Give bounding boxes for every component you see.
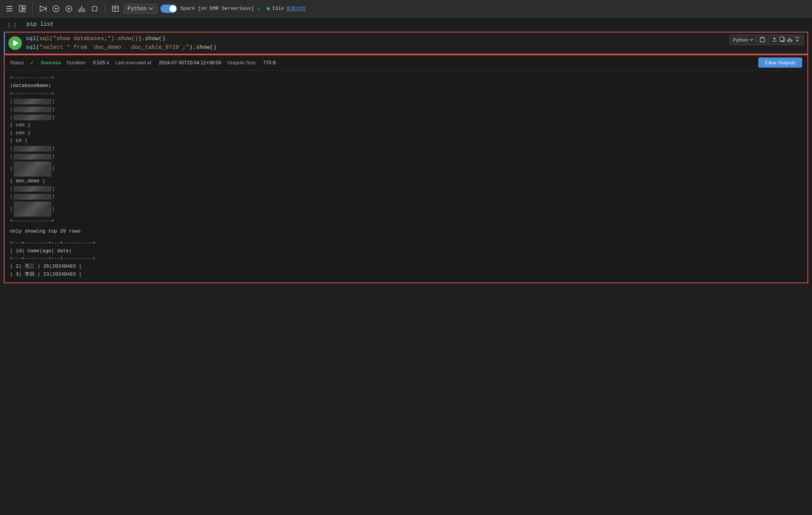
pip-list-text: list xyxy=(40,21,54,28)
cell-pip-number: [ ] xyxy=(8,21,26,28)
trash-icon[interactable] xyxy=(760,36,765,43)
table-row-blurred-2: | | xyxy=(10,105,802,113)
table-icon[interactable] xyxy=(110,4,120,14)
success-check-icon: ✓ xyxy=(30,59,35,66)
notebook: [ ] pip list Python xyxy=(0,17,812,283)
table-row-blurred-3: | | xyxy=(10,113,802,121)
sql-str-2: "select * from `doc_demo`.`doc_table_072… xyxy=(39,44,189,51)
cell-active-code: sql(sql("show databases;").show()).show(… xyxy=(26,36,216,51)
python-selector[interactable]: Python xyxy=(123,4,157,14)
play-icon[interactable] xyxy=(51,4,61,14)
table-row-blurred-1: | | xyxy=(10,98,802,105)
svg-rect-18 xyxy=(92,6,97,11)
svg-marker-6 xyxy=(40,6,46,11)
table2-row1: | 2| 亮三 | 26|20240403 | xyxy=(10,263,802,271)
svg-marker-9 xyxy=(55,8,58,10)
table1-top-border: +-------------+ xyxy=(10,74,802,82)
table1-col-header: |databaseName| xyxy=(10,82,802,90)
table-row-con2: | con | xyxy=(10,129,802,137)
svg-line-32 xyxy=(788,39,790,40)
svg-rect-4 xyxy=(23,6,25,8)
svg-rect-1 xyxy=(6,8,12,9)
svg-point-14 xyxy=(82,9,85,12)
spark-toggle-switch[interactable] xyxy=(160,5,177,13)
output-status-bar: Status ✓ Success Duration 0.525 s Last e… xyxy=(5,55,807,70)
spark-label: Spark [on EMR Serverless] xyxy=(180,6,254,11)
svg-line-33 xyxy=(790,39,791,40)
cell-toolbar-right: Python xyxy=(730,35,804,45)
table-row-con1: | con | xyxy=(10,121,802,129)
clear-outputs-button[interactable]: Clear Outputs xyxy=(758,57,802,68)
copy-icon[interactable] xyxy=(779,36,785,43)
layout-icon[interactable] xyxy=(17,4,27,14)
add-below-icon[interactable] xyxy=(794,36,800,43)
idle-dot xyxy=(267,7,270,10)
python-selector-label: Python xyxy=(128,6,146,12)
main-toolbar: Python Spark [on EMR Serverless] ✓ Idle … xyxy=(0,0,812,17)
cell-pip-code: pip list xyxy=(26,21,54,28)
run-all-icon[interactable] xyxy=(38,4,48,14)
outputs-size-value: 770 B xyxy=(263,60,276,65)
status-label: Status xyxy=(10,60,24,65)
code-line-2: sql("select * from `doc_demo`.`doc_table… xyxy=(26,44,216,51)
table2-col-header: | id| name|age| date| xyxy=(10,247,802,255)
svg-rect-22 xyxy=(760,38,765,42)
table2-separator: +---+--------+---+----------+ xyxy=(10,255,802,263)
view-detail-link[interactable]: 查看详情 xyxy=(286,5,306,12)
svg-rect-2 xyxy=(6,11,12,11)
output-area: Status ✓ Success Duration 0.525 s Last e… xyxy=(4,54,808,283)
lang-dropdown-icon[interactable] xyxy=(750,39,753,41)
table-row-doc_demo: | doc_demo | xyxy=(10,177,802,185)
sql-str-1: sql("show databases;").show() xyxy=(39,36,138,42)
add-above-icon[interactable] xyxy=(772,36,778,43)
svg-rect-0 xyxy=(6,6,12,7)
output-content: +-------------+ |databaseName| +--------… xyxy=(5,70,807,282)
table2-top-border: +---+--------+---+----------+ xyxy=(10,239,802,247)
stop-icon[interactable] xyxy=(90,4,100,14)
table2-row2: | 3| 李四 | 23|20240403 | xyxy=(10,271,802,279)
add-cell-icon[interactable] xyxy=(64,4,74,14)
table1-output: +-------------+ |databaseName| +--------… xyxy=(10,74,802,236)
spark-check-icon: ✓ xyxy=(257,5,261,12)
cut-cell-icon[interactable] xyxy=(787,36,793,43)
run-triangle xyxy=(13,40,19,46)
table-row-co: | co | xyxy=(10,137,802,145)
toggle-knob xyxy=(170,5,176,12)
cell-active-header: sql(sql("show databases;").show()).show(… xyxy=(5,33,807,54)
table-row-blurred-7: | | xyxy=(10,185,802,193)
idle-label: Idle xyxy=(272,6,284,11)
duration-label: Duration xyxy=(67,60,86,65)
svg-rect-5 xyxy=(23,9,25,12)
lastexec-value: 2024-07-30T20:04:12+08:00 xyxy=(159,60,221,65)
separator-1 xyxy=(33,3,33,14)
show-fn: show xyxy=(145,36,159,42)
run-button[interactable] xyxy=(8,36,22,50)
table-row-blurred-5: | | xyxy=(10,153,802,161)
sidebar-toggle-icon[interactable] xyxy=(5,4,14,14)
pip-keyword: pip xyxy=(26,21,37,28)
idle-status: Idle 查看详情 xyxy=(267,5,306,12)
table1-separator-1: +-------------+ xyxy=(10,90,802,98)
table2-output: +---+--------+---+----------+ | id| name… xyxy=(10,239,802,279)
table1-footer: only showing top 20 rows xyxy=(10,228,802,236)
spark-toggle: Spark [on EMR Serverless] xyxy=(160,5,254,13)
svg-rect-29 xyxy=(780,37,784,41)
svg-line-15 xyxy=(80,8,82,9)
separator-2 xyxy=(105,3,105,14)
svg-rect-19 xyxy=(112,6,118,11)
svg-point-31 xyxy=(790,40,792,42)
cell-active: Python xyxy=(4,32,808,54)
lastexec-label: Last executed at xyxy=(115,60,151,65)
table1-bottom-border: +-------------+ xyxy=(10,217,802,225)
table-row-blurred-6: | | xyxy=(10,161,802,177)
table-row-blurred-9: | | xyxy=(10,201,802,217)
svg-line-16 xyxy=(82,8,84,9)
cell-pip-list: [ ] pip list xyxy=(0,17,812,32)
svg-rect-3 xyxy=(19,6,22,12)
table-row-blurred-8: | | xyxy=(10,193,802,201)
sql-fn: sql xyxy=(26,36,36,42)
status-value: Success xyxy=(41,60,61,65)
cut-icon[interactable] xyxy=(77,4,87,14)
svg-point-30 xyxy=(787,40,789,42)
svg-point-13 xyxy=(79,9,81,12)
